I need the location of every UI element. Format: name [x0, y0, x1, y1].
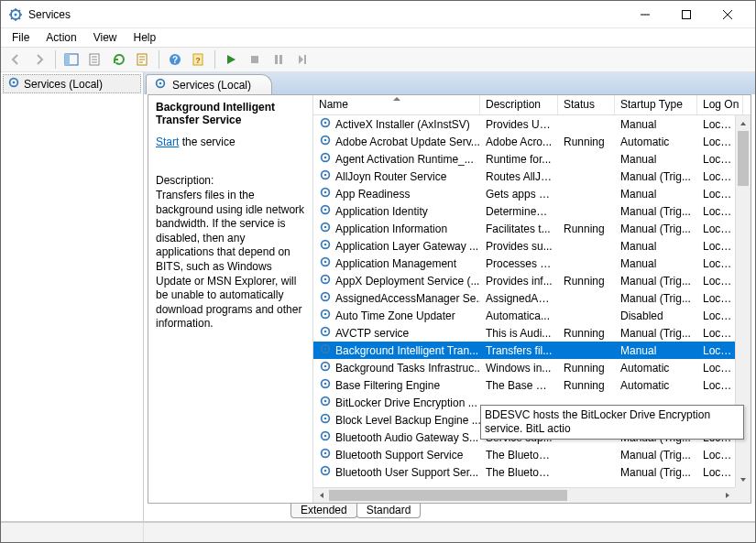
service-description: Routes AllJo... [480, 170, 558, 183]
gear-icon [319, 168, 332, 184]
start-service-button[interactable] [220, 49, 242, 71]
service-startup: Manual [615, 344, 697, 357]
service-name: Agent Activation Runtime_... [335, 153, 474, 166]
properties-button[interactable] [132, 49, 154, 71]
close-button[interactable] [707, 1, 748, 27]
service-row[interactable]: Application ManagementProcesses in...Man… [313, 255, 751, 272]
service-description: Provides su... [480, 240, 558, 253]
content-header: Services (Local) [144, 72, 755, 94]
menu-view[interactable]: View [86, 29, 125, 46]
scroll-left-button[interactable] [313, 488, 329, 503]
service-description: Windows in... [480, 362, 558, 375]
forward-button[interactable] [28, 49, 50, 71]
help-button[interactable]: ? [164, 49, 186, 71]
svg-point-56 [324, 435, 327, 438]
scroll-down-button[interactable] [736, 472, 751, 487]
gear-icon [319, 203, 332, 219]
list-rows: ActiveX Installer (AxInstSV)Provides Us.… [313, 115, 751, 503]
col-name[interactable]: Name [313, 95, 480, 114]
help-topics-button[interactable]: ? [188, 49, 210, 71]
col-startup-type[interactable]: Startup Type [615, 95, 697, 114]
menu-help[interactable]: Help [126, 29, 164, 46]
service-row[interactable]: Auto Time Zone UpdaterAutomatica...Disab… [313, 307, 751, 324]
gear-icon [319, 221, 332, 236]
service-row[interactable]: Adobe Acrobat Update Serv...Adobe Acro..… [313, 133, 751, 150]
service-row[interactable]: AssignedAccessManager Se...AssignedAc...… [313, 289, 751, 307]
service-row[interactable]: Background Tasks Infrastruc...Windows in… [313, 359, 751, 376]
service-description: The Bluetoo... [480, 449, 558, 462]
service-row[interactable]: AVCTP serviceThis is Audi...RunningManua… [313, 324, 751, 342]
service-name: BitLocker Drive Encryption ... [335, 396, 477, 409]
nav-services-local[interactable]: Services (Local) [3, 74, 141, 93]
gear-icon [319, 186, 332, 201]
service-status: Running [558, 379, 615, 392]
scroll-up-button[interactable] [736, 115, 751, 131]
gear-icon [319, 464, 332, 480]
gear-icon [319, 290, 332, 306]
service-row[interactable]: AllJoyn Router ServiceRoutes AllJo...Man… [313, 168, 751, 185]
pause-service-button[interactable] [268, 49, 290, 71]
tab-standard[interactable]: Standard [356, 502, 422, 518]
service-row[interactable]: Agent Activation Runtime_...Runtime for.… [313, 150, 751, 168]
minimize-button[interactable] [624, 1, 665, 27]
service-description: Transfers fil... [480, 344, 558, 357]
service-row[interactable]: Application IdentityDetermines ...Manual… [313, 202, 751, 220]
service-name: Block Level Backup Engine ... [335, 414, 480, 427]
col-status[interactable]: Status [558, 95, 615, 114]
menu-action[interactable]: Action [38, 29, 83, 46]
service-startup: Manual [615, 118, 697, 131]
service-row[interactable]: Background Intelligent Tran...Transfers … [313, 342, 751, 359]
scroll-track[interactable] [329, 488, 719, 503]
svg-point-32 [324, 226, 327, 229]
svg-point-34 [324, 244, 327, 246]
scroll-thumb[interactable] [329, 490, 567, 501]
svg-point-54 [324, 418, 327, 420]
service-row[interactable]: Bluetooth User Support Ser...The Bluetoo… [313, 463, 751, 481]
content-pane: Services (Local) Background Intelligent … [144, 72, 755, 521]
service-startup: Automatic [615, 379, 697, 392]
export-list-button[interactable] [84, 49, 106, 71]
svg-point-24 [324, 157, 327, 159]
service-name: AppX Deployment Service (... [335, 275, 479, 288]
service-row[interactable]: Bluetooth Support ServiceThe Bluetoo...M… [313, 446, 751, 463]
maximize-button[interactable] [665, 1, 707, 27]
content-tab[interactable]: Services (Local) [146, 74, 272, 94]
refresh-button[interactable] [108, 49, 130, 71]
service-startup: Manual (Trig... [615, 327, 697, 340]
service-description: Adobe Acro... [480, 136, 558, 148]
gear-icon [319, 447, 332, 462]
col-log-on[interactable]: Log On [697, 95, 743, 114]
gear-icon [319, 342, 332, 358]
title-bar: Services [1, 1, 755, 28]
service-row[interactable]: AppX Deployment Service (...Provides inf… [313, 272, 751, 289]
restart-service-button[interactable] [291, 49, 313, 71]
gear-icon [319, 238, 332, 254]
menu-file[interactable]: File [5, 29, 37, 46]
start-link[interactable]: Start [156, 136, 179, 148]
service-startup: Manual [615, 188, 697, 201]
scroll-thumb[interactable] [738, 131, 749, 186]
service-row[interactable]: Base Filtering EngineThe Base Fil...Runn… [313, 376, 751, 394]
service-row[interactable]: App ReadinessGets apps re...ManualLocal … [313, 185, 751, 202]
service-row[interactable]: Application InformationFacilitates t...R… [313, 220, 751, 237]
service-startup: Manual (Trig... [615, 449, 697, 462]
back-button[interactable] [5, 49, 27, 71]
status-pane-1 [1, 523, 144, 542]
svg-point-28 [324, 191, 327, 194]
svg-rect-2 [682, 10, 690, 18]
service-description: Processes in... [480, 257, 558, 270]
service-list: Name Description Status Startup Type Log… [313, 95, 751, 503]
service-row[interactable]: Application Layer Gateway ...Provides su… [313, 237, 751, 255]
stop-service-button[interactable] [244, 49, 266, 71]
service-startup: Automatic [615, 136, 697, 148]
scroll-right-button[interactable] [719, 488, 735, 503]
horizontal-scrollbar[interactable] [313, 487, 735, 503]
svg-rect-4 [65, 54, 70, 65]
col-description[interactable]: Description [480, 95, 558, 114]
show-hide-tree-button[interactable] [60, 49, 82, 71]
service-name: Bluetooth Audio Gateway S... [335, 431, 478, 444]
service-description: Automatica... [480, 310, 558, 322]
tab-extended[interactable]: Extended [290, 503, 357, 518]
service-row[interactable]: ActiveX Installer (AxInstSV)Provides Us.… [313, 115, 751, 133]
service-description: AssignedAc... [480, 292, 558, 305]
